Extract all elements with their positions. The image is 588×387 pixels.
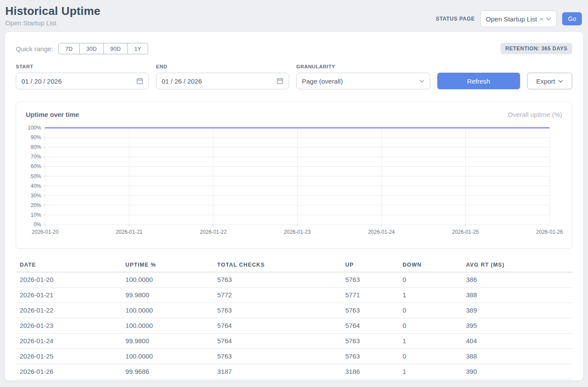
- x-axis-label: 2026-01-22: [200, 229, 227, 235]
- export-button-label: Export: [536, 77, 555, 85]
- column-header: DATE: [16, 258, 121, 272]
- y-axis-label: 70%: [31, 154, 41, 160]
- table-cell: 5763: [213, 349, 341, 364]
- table-cell: 404: [462, 334, 573, 349]
- table-cell: 5763: [341, 303, 399, 318]
- table-row: 2026-01-25100.0000576357630388: [16, 349, 572, 364]
- chevron-down-icon: [419, 79, 425, 83]
- granularity-label: GRANULARITY: [296, 64, 430, 69]
- quick-range-label: Quick range:: [16, 45, 53, 53]
- granularity-field: GRANULARITY Page (overall): [296, 64, 430, 89]
- table-cell: 3187: [213, 364, 341, 380]
- table-cell: 5772: [213, 288, 341, 303]
- table-cell: 100.0000: [121, 349, 213, 364]
- granularity-value: Page (overall): [302, 77, 343, 85]
- table-cell: 100.0000: [121, 272, 213, 288]
- go-button[interactable]: Go: [562, 12, 582, 25]
- table-cell: 2026-01-25: [16, 349, 121, 364]
- clear-icon[interactable]: ×: [540, 15, 544, 23]
- y-axis-label: 20%: [31, 202, 41, 208]
- start-date-input[interactable]: 01 / 20 / 2026: [16, 73, 149, 89]
- table-cell: 390: [462, 364, 573, 380]
- status-page-selected: Open Startup List: [486, 15, 537, 23]
- table-header: DATEUPTIME %TOTAL CHECKSUPDOWNAVG RT (MS…: [16, 258, 572, 272]
- table-cell: 0: [399, 303, 462, 318]
- calendar-icon[interactable]: [276, 77, 283, 84]
- y-axis-label: 90%: [31, 134, 41, 141]
- calendar-icon[interactable]: [136, 77, 143, 84]
- y-axis-label: 0%: [34, 222, 42, 228]
- y-axis-label: 60%: [31, 163, 41, 169]
- column-header: TOTAL CHECKS: [213, 258, 341, 272]
- table-cell: 2026-01-26: [16, 364, 121, 380]
- title-block: Historical Uptime Open Startup List: [5, 4, 100, 27]
- table-cell: 100.0000: [121, 318, 213, 334]
- uptime-chart-card: Uptime over time Overall uptime (%) 0%10…: [16, 102, 572, 249]
- status-page-select[interactable]: Open Startup List ×: [480, 11, 557, 27]
- refresh-button[interactable]: Refresh: [437, 73, 520, 89]
- filter-form-row: START 01 / 20 / 2026 END 01 / 26 / 2026 …: [16, 64, 572, 89]
- table-row: 2026-01-20100.0000576357630386: [16, 272, 572, 288]
- chevron-down-icon: [558, 80, 563, 83]
- end-date-value: 01 / 26 / 2026: [162, 77, 202, 85]
- table-cell: 388: [462, 288, 573, 303]
- end-date-input[interactable]: 01 / 26 / 2026: [156, 73, 289, 89]
- table-cell: 1: [399, 364, 462, 380]
- table-cell: 100.0000: [121, 303, 213, 318]
- start-date-label: START: [16, 64, 149, 69]
- chart-legend: Overall uptime (%): [508, 111, 562, 118]
- table-row: 2026-01-22100.0000576357630389: [16, 303, 572, 318]
- quick-range-90d-button[interactable]: 90D: [104, 43, 128, 54]
- uptime-chart-svg: 0%10%20%30%40%50%60%70%80%90%100%2026-01…: [26, 123, 564, 236]
- page-subtitle: Open Startup List: [5, 19, 100, 27]
- quick-range-30d-button[interactable]: 30D: [80, 43, 104, 54]
- y-axis-label: 10%: [31, 212, 41, 218]
- table-cell: 2026-01-21: [16, 288, 121, 303]
- table-cell: 5763: [213, 272, 341, 288]
- page-title: Historical Uptime: [5, 4, 100, 18]
- table-cell: 0: [399, 272, 462, 288]
- table-cell: 1: [399, 334, 462, 349]
- quick-range-7d-button[interactable]: 7D: [58, 43, 80, 54]
- chevron-down-icon: [546, 17, 551, 21]
- export-button[interactable]: Export: [527, 73, 572, 89]
- table-cell: 5763: [341, 334, 399, 349]
- table-cell: 388: [462, 349, 573, 364]
- table-cell: 3186: [341, 364, 399, 380]
- table-cell: 99.9686: [121, 364, 213, 380]
- table-cell: 5763: [341, 272, 399, 288]
- x-axis-label: 2026-01-21: [116, 229, 143, 235]
- quick-range-row: Quick range: 7D30D90D1Y RETENTION: 365 D…: [16, 43, 572, 54]
- main-card: Quick range: 7D30D90D1Y RETENTION: 365 D…: [4, 32, 584, 381]
- start-date-field: START 01 / 20 / 2026: [16, 64, 149, 89]
- table-cell: 386: [462, 272, 573, 288]
- retention-badge: RETENTION: 365 DAYS: [500, 43, 572, 54]
- table-cell: 99.9800: [121, 288, 213, 303]
- y-axis-label: 50%: [31, 173, 41, 179]
- y-axis-label: 100%: [28, 125, 41, 131]
- x-axis-label: 2026-01-25: [452, 229, 479, 235]
- column-header: DOWN: [399, 258, 462, 272]
- table-cell: 0: [399, 318, 462, 334]
- column-header: UP: [341, 258, 399, 272]
- quick-range-1y-button[interactable]: 1Y: [128, 43, 148, 54]
- table-cell: 395: [462, 318, 573, 334]
- x-axis-label: 2026-01-20: [32, 229, 59, 235]
- end-date-label: END: [156, 64, 289, 69]
- column-header: UPTIME %: [121, 258, 213, 272]
- chart-plot: 0%10%20%30%40%50%60%70%80%90%100%2026-01…: [26, 123, 562, 238]
- status-page-controls: STATUS PAGE Open Startup List × Go: [436, 11, 582, 27]
- table-cell: 5763: [341, 349, 399, 364]
- granularity-select[interactable]: Page (overall): [296, 73, 430, 89]
- status-page-label: STATUS PAGE: [436, 16, 475, 22]
- table-cell: 5764: [213, 318, 341, 334]
- y-axis-label: 30%: [31, 193, 41, 199]
- y-axis-label: 40%: [31, 183, 41, 189]
- chart-header: Uptime over time Overall uptime (%): [26, 111, 562, 118]
- table-cell: 2026-01-20: [16, 272, 121, 288]
- table-cell: 5764: [341, 318, 399, 334]
- table-cell: 99.9800: [121, 334, 213, 349]
- table-row: 2026-01-2699.9686318731861390: [16, 364, 572, 380]
- table-row: 2026-01-2199.9800577257711388: [16, 288, 572, 303]
- x-axis-label: 2026-01-24: [368, 229, 395, 235]
